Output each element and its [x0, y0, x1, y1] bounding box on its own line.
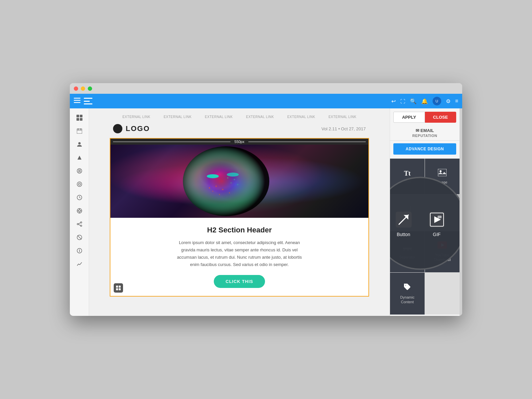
- svg-point-43: [215, 186, 217, 187]
- svg-point-11: [78, 142, 80, 145]
- apply-button[interactable]: APPLY: [393, 112, 425, 123]
- svg-point-27: [80, 222, 82, 223]
- maximize-button[interactable]: [88, 86, 92, 91]
- svg-rect-68: [438, 216, 442, 218]
- svg-rect-51: [116, 286, 118, 288]
- block-edit-icon[interactable]: [114, 283, 123, 293]
- sidebar-item-reports[interactable]: [72, 245, 87, 257]
- hero-image: [110, 145, 368, 218]
- sidebar-item-lists[interactable]: [72, 165, 87, 177]
- svg-rect-52: [119, 286, 121, 288]
- svg-point-45: [222, 189, 223, 190]
- traffic-lights: [74, 86, 92, 91]
- svg-point-38: [213, 168, 259, 201]
- email-label: ✉ EMAIL: [393, 128, 456, 133]
- svg-point-56: [440, 170, 442, 172]
- nav-link-3[interactable]: EXTERNAL LINK: [205, 115, 233, 119]
- nav-link-6[interactable]: EXTERNAL LINK: [329, 115, 356, 119]
- circle-button-item[interactable]: Button: [394, 210, 414, 237]
- sidebar: [70, 108, 89, 316]
- svg-point-16: [77, 182, 82, 187]
- search-icon[interactable]: 🔍: [410, 98, 417, 104]
- sidebar-item-time[interactable]: [72, 192, 87, 203]
- circle-gif-label: GIF: [433, 232, 441, 237]
- circle-gif-item[interactable]: GIF: [427, 210, 447, 237]
- nav-link-2[interactable]: EXTERNAL LINK: [164, 115, 192, 119]
- svg-point-46: [229, 193, 230, 194]
- sidebar-item-analytics[interactable]: [72, 178, 87, 190]
- content-area[interactable]: EXTERNAL LINK EXTERNAL LINK EXTERNAL LIN…: [89, 108, 390, 316]
- mac-window: ↩ ⛶ 🔍 🔔 U ⚙ ≡: [70, 83, 462, 316]
- menu-icon[interactable]: [74, 98, 80, 105]
- element-dynamic-content[interactable]: DynamicContent: [390, 273, 425, 315]
- svg-rect-3: [76, 115, 79, 117]
- section-header: H2 Section Header: [124, 226, 355, 234]
- svg-point-49: [234, 179, 235, 180]
- more-icon[interactable]: ≡: [455, 98, 458, 104]
- sidebar-item-social[interactable]: [72, 218, 87, 230]
- svg-point-50: [237, 184, 238, 185]
- element-dynamic-label: DynamicContent: [400, 295, 415, 305]
- svg-line-33: [77, 235, 81, 239]
- sidebar-item-integrations[interactable]: [72, 205, 87, 217]
- right-panel: APPLY CLOSE ✉ EMAIL REPUTATION ADVANCE D…: [390, 108, 460, 316]
- nav-links: EXTERNAL LINK EXTERNAL LINK EXTERNAL LIN…: [110, 115, 369, 119]
- svg-rect-1: [74, 100, 80, 101]
- cta-button[interactable]: CLICK THIS: [214, 275, 265, 288]
- svg-rect-53: [116, 288, 118, 290]
- svg-rect-7: [77, 129, 82, 134]
- email-reputation: ✉ EMAIL REPUTATION: [390, 125, 460, 141]
- close-button[interactable]: [74, 86, 78, 91]
- header-right: ↩ ⛶ 🔍 🔔 U ⚙ ≡: [391, 97, 458, 105]
- circle-items-row: Button GIF: [394, 210, 447, 237]
- sidebar-item-calendar[interactable]: [72, 125, 87, 137]
- circle-button-icon: [394, 210, 414, 230]
- image-icon: [438, 169, 447, 178]
- circle-overlay: Button GIF: [390, 177, 460, 270]
- image-width-indicator: 550px: [110, 139, 368, 145]
- svg-rect-0: [74, 98, 80, 99]
- date-text: Vol 2.11 • Oct 27, 2017: [322, 126, 366, 131]
- svg-point-39: [207, 174, 219, 178]
- header-left: [74, 98, 92, 105]
- svg-point-48: [231, 183, 232, 184]
- sidebar-item-trends[interactable]: [72, 258, 87, 270]
- nav-link-4[interactable]: EXTERNAL LINK: [246, 115, 274, 119]
- svg-rect-6: [80, 118, 82, 121]
- advance-design-button[interactable]: ADVANCE DESIGN: [393, 143, 456, 155]
- circle-gif-icon: [427, 210, 447, 230]
- settings-icon[interactable]: ⚙: [446, 98, 451, 104]
- main-layout: EXTERNAL LINK EXTERNAL LINK EXTERNAL LIN…: [70, 108, 462, 316]
- svg-rect-2: [74, 102, 80, 103]
- reputation-label: REPUTATION: [393, 134, 456, 138]
- nav-link-5[interactable]: EXTERNAL LINK: [287, 115, 315, 119]
- sidebar-item-goals[interactable]: [72, 231, 87, 243]
- text-icon: Tt: [404, 170, 411, 177]
- sidebar-item-dashboard[interactable]: [72, 112, 87, 124]
- svg-rect-4: [80, 115, 82, 117]
- close-button-panel[interactable]: CLOSE: [425, 112, 457, 123]
- back-icon[interactable]: ↩: [391, 98, 396, 104]
- minimize-button[interactable]: [81, 86, 85, 91]
- nav-link-1[interactable]: EXTERNAL LINK: [122, 115, 150, 119]
- fullscreen-icon[interactable]: ⛶: [400, 98, 405, 104]
- notification-icon[interactable]: 🔔: [421, 98, 428, 104]
- selected-block[interactable]: 550px: [110, 138, 369, 297]
- right-scrollbar[interactable]: [460, 108, 462, 316]
- title-bar: [70, 83, 462, 94]
- svg-point-42: [212, 191, 213, 192]
- content-block: H2 Section Header Lorem ipsum dolor sit …: [110, 218, 368, 296]
- sidebar-item-campaigns[interactable]: [72, 152, 87, 164]
- image-width-text: 550px: [232, 140, 247, 144]
- body-text: Lorem ipsum dolor sit amet, consectetur …: [176, 239, 303, 268]
- svg-point-41: [209, 187, 210, 189]
- sidebar-item-contacts[interactable]: [72, 138, 87, 150]
- svg-line-30: [78, 223, 80, 224]
- logo-area: LOGO: [113, 124, 150, 133]
- email-header: LOGO Vol 2.11 • Oct 27, 2017: [110, 124, 369, 133]
- app-header: ↩ ⛶ 🔍 🔔 U ⚙ ≡: [70, 94, 462, 108]
- user-avatar[interactable]: U: [433, 97, 441, 105]
- svg-point-17: [78, 183, 80, 185]
- svg-point-47: [227, 177, 228, 179]
- logo-circle: [113, 124, 122, 133]
